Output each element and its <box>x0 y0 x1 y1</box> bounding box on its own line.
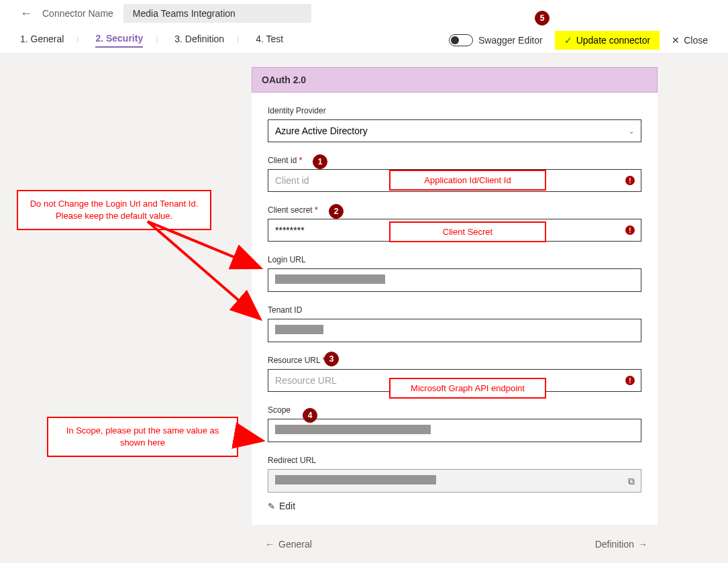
toolbar-right: Swagger Editor ✓ Update connector ✕ Clos… <box>449 31 708 50</box>
badge-2: 2 <box>329 204 344 219</box>
redacted-text <box>275 274 385 284</box>
tab-security[interactable]: 2. Security <box>95 33 143 48</box>
field-tenant-id: Tenant ID <box>268 305 641 342</box>
bottom-nav: ← General Definition → <box>265 539 647 550</box>
nav-prev-general[interactable]: ← General <box>265 539 312 550</box>
scope-input[interactable] <box>268 419 641 442</box>
callout-no-change: Do not Change the Login Url and Tenant I… <box>17 190 211 230</box>
close-icon: ✕ <box>672 35 680 46</box>
identity-provider-label: Identity Provider <box>268 106 641 115</box>
tabs-list: 1. General 〉 2. Security 〉 3. Definition… <box>20 33 283 48</box>
arrow-right-icon: → <box>638 539 647 550</box>
swagger-toggle-wrap[interactable]: Swagger Editor <box>449 34 543 46</box>
tabbar: 1. General 〉 2. Security 〉 3. Definition… <box>0 27 728 54</box>
tenant-id-label: Tenant ID <box>268 305 641 315</box>
redirect-url-label: Redirect URL <box>268 456 641 465</box>
overlay-graph-endpoint: Microsoft Graph API endpoint <box>389 378 546 399</box>
redacted-text <box>275 325 323 334</box>
chevron-down-icon: ⌄ <box>629 127 634 135</box>
identity-provider-value: Azure Active Directory <box>275 125 368 136</box>
edit-button[interactable]: ✎ Edit <box>268 501 641 511</box>
header-bar: ← Connector Name Media Teams Integration <box>0 0 728 27</box>
field-identity-provider: Identity Provider Azure Active Directory… <box>268 106 641 142</box>
tab-test[interactable]: 4. Test <box>256 34 283 47</box>
tab-definition[interactable]: 3. Definition <box>174 34 224 47</box>
redirect-url-input <box>268 469 641 493</box>
chevron-right-icon: 〉 <box>155 35 162 45</box>
badge-5: 5 <box>535 11 550 25</box>
nav-next-label: Definition <box>595 539 634 550</box>
badge-1: 1 <box>313 154 327 169</box>
badge-3: 3 <box>324 352 339 366</box>
card-title: OAuth 2.0 <box>252 67 658 93</box>
update-label: Update connector <box>576 35 651 46</box>
connector-name-label: Connector Name <box>42 8 113 19</box>
identity-provider-select[interactable]: Azure Active Directory ⌄ <box>268 119 641 142</box>
chevron-right-icon: 〉 <box>236 35 244 45</box>
edit-label: Edit <box>279 501 295 511</box>
card-body: Identity Provider Azure Active Directory… <box>252 93 658 525</box>
redacted-text <box>275 475 436 484</box>
overlay-application-id: Application Id/Client Id <box>389 170 546 191</box>
oauth-card: OAuth 2.0 Identity Provider Azure Active… <box>252 67 658 525</box>
toggle-icon[interactable] <box>449 34 473 46</box>
arrow-left-icon: ← <box>265 539 274 550</box>
login-url-label: Login URL <box>268 255 641 264</box>
close-label: Close <box>684 35 708 46</box>
field-redirect-url: Redirect URL ⧉ ✎ Edit <box>268 456 641 511</box>
back-arrow-icon[interactable]: ← <box>20 7 32 21</box>
update-connector-button[interactable]: ✓ Update connector <box>555 31 660 50</box>
redacted-text <box>275 425 431 434</box>
tenant-id-input[interactable] <box>268 319 641 342</box>
tab-general[interactable]: 1. General <box>20 34 64 47</box>
error-icon: ! <box>625 376 635 385</box>
field-scope: Scope <box>268 405 641 442</box>
overlay-client-secret: Client Secret <box>389 221 546 242</box>
svg-line-2 <box>148 221 258 317</box>
callout-scope: In Scope, please put the same value as s… <box>47 417 238 457</box>
login-url-input[interactable] <box>268 268 641 292</box>
nav-next-definition[interactable]: Definition → <box>595 539 647 550</box>
error-icon: ! <box>625 176 635 185</box>
pencil-icon: ✎ <box>268 501 275 511</box>
client-secret-label: Client secret * <box>268 205 641 215</box>
nav-prev-label: General <box>278 539 312 550</box>
chevron-right-icon: 〉 <box>76 35 83 45</box>
badge-4: 4 <box>303 408 317 423</box>
field-login-url: Login URL <box>268 255 641 292</box>
connector-name-field[interactable]: Media Teams Integration <box>123 4 311 23</box>
swagger-label: Swagger Editor <box>478 35 543 46</box>
scope-label: Scope <box>268 405 641 415</box>
close-button[interactable]: ✕ Close <box>672 35 708 46</box>
checkmark-icon: ✓ <box>564 35 572 46</box>
error-icon: ! <box>625 225 635 235</box>
copy-icon[interactable]: ⧉ <box>628 475 635 487</box>
